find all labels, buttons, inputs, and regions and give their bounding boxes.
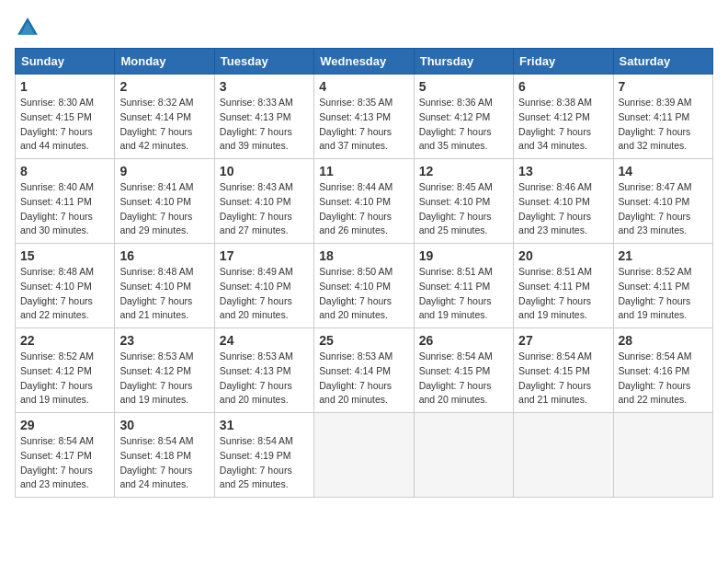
calendar-day-cell	[414, 413, 513, 498]
day-number: 7	[619, 79, 708, 94]
daylight-label: Daylight: 7 hours and 20 minutes.	[220, 380, 292, 406]
day-number: 16	[119, 248, 209, 263]
daylight-label: Daylight: 7 hours and 39 minutes.	[220, 126, 292, 152]
day-info: Sunrise: 8:50 AM Sunset: 4:10 PM Dayligh…	[319, 265, 408, 323]
calendar-day-cell: 25 Sunrise: 8:53 AM Sunset: 4:14 PM Dayl…	[314, 328, 414, 413]
sunrise-label: Sunrise: 8:54 AM	[518, 350, 592, 362]
day-info: Sunrise: 8:32 AM Sunset: 4:14 PM Dayligh…	[119, 96, 209, 154]
day-info: Sunrise: 8:54 AM Sunset: 4:17 PM Dayligh…	[20, 434, 109, 492]
day-info: Sunrise: 8:38 AM Sunset: 4:12 PM Dayligh…	[518, 96, 608, 154]
calendar-day-cell: 14 Sunrise: 8:47 AM Sunset: 4:10 PM Dayl…	[613, 159, 712, 244]
calendar-day-cell: 5 Sunrise: 8:36 AM Sunset: 4:12 PM Dayli…	[414, 75, 513, 159]
day-number: 18	[319, 248, 408, 263]
calendar-header-wednesday: Wednesday	[314, 49, 414, 75]
sunset-label: Sunset: 4:11 PM	[419, 281, 491, 292]
calendar-day-cell: 6 Sunrise: 8:38 AM Sunset: 4:12 PM Dayli…	[514, 75, 613, 159]
sunset-label: Sunset: 4:10 PM	[319, 196, 391, 207]
day-number: 23	[119, 333, 209, 348]
day-info: Sunrise: 8:54 AM Sunset: 4:19 PM Dayligh…	[220, 434, 309, 492]
day-number: 2	[119, 79, 209, 94]
calendar-header-sunday: Sunday	[16, 49, 115, 75]
calendar-day-cell: 17 Sunrise: 8:49 AM Sunset: 4:10 PM Dayl…	[214, 244, 313, 328]
day-info: Sunrise: 8:51 AM Sunset: 4:11 PM Dayligh…	[518, 265, 608, 323]
sunrise-label: Sunrise: 8:43 AM	[220, 181, 293, 192]
calendar-day-cell	[514, 413, 613, 498]
calendar-day-cell: 23 Sunrise: 8:53 AM Sunset: 4:12 PM Dayl…	[115, 328, 214, 413]
day-info: Sunrise: 8:43 AM Sunset: 4:10 PM Dayligh…	[220, 180, 309, 238]
day-number: 5	[419, 79, 508, 94]
logo	[15, 15, 44, 40]
sunset-label: Sunset: 4:13 PM	[319, 111, 391, 122]
sunrise-label: Sunrise: 8:53 AM	[319, 350, 392, 362]
sunrise-label: Sunrise: 8:33 AM	[220, 97, 293, 108]
daylight-label: Daylight: 7 hours and 23 minutes.	[518, 211, 591, 236]
sunset-label: Sunset: 4:15 PM	[518, 365, 590, 376]
day-info: Sunrise: 8:53 AM Sunset: 4:12 PM Dayligh…	[119, 350, 209, 408]
calendar-week-row: 8 Sunrise: 8:40 AM Sunset: 4:11 PM Dayli…	[16, 159, 713, 244]
calendar-header-tuesday: Tuesday	[214, 49, 313, 75]
day-info: Sunrise: 8:54 AM Sunset: 4:15 PM Dayligh…	[419, 350, 508, 408]
sunrise-label: Sunrise: 8:44 AM	[319, 181, 392, 192]
calendar-day-cell: 2 Sunrise: 8:32 AM Sunset: 4:14 PM Dayli…	[115, 75, 214, 159]
day-info: Sunrise: 8:52 AM Sunset: 4:11 PM Dayligh…	[619, 265, 708, 323]
sunset-label: Sunset: 4:12 PM	[119, 365, 191, 376]
sunset-label: Sunset: 4:12 PM	[419, 111, 491, 122]
day-number: 3	[220, 79, 309, 94]
sunset-label: Sunset: 4:10 PM	[220, 196, 291, 207]
sunset-label: Sunset: 4:15 PM	[419, 365, 491, 376]
logo-icon	[15, 15, 40, 40]
calendar-header-thursday: Thursday	[414, 49, 513, 75]
day-number: 8	[20, 164, 109, 178]
page-header	[15, 15, 713, 40]
day-info: Sunrise: 8:54 AM Sunset: 4:18 PM Dayligh…	[119, 434, 209, 492]
sunset-label: Sunset: 4:19 PM	[220, 450, 291, 461]
calendar-header-monday: Monday	[115, 49, 214, 75]
daylight-label: Daylight: 7 hours and 42 minutes.	[119, 126, 192, 152]
calendar-day-cell: 12 Sunrise: 8:45 AM Sunset: 4:10 PM Dayl…	[414, 159, 513, 244]
sunrise-label: Sunrise: 8:53 AM	[119, 350, 193, 362]
sunset-label: Sunset: 4:10 PM	[119, 196, 191, 207]
sunrise-label: Sunrise: 8:54 AM	[220, 435, 293, 446]
sunset-label: Sunset: 4:14 PM	[119, 111, 191, 122]
daylight-label: Daylight: 7 hours and 22 minutes.	[20, 295, 93, 321]
sunrise-label: Sunrise: 8:35 AM	[319, 97, 392, 108]
day-info: Sunrise: 8:54 AM Sunset: 4:16 PM Dayligh…	[619, 350, 708, 408]
sunset-label: Sunset: 4:13 PM	[220, 111, 291, 122]
daylight-label: Daylight: 7 hours and 24 minutes.	[119, 465, 192, 490]
sunset-label: Sunset: 4:16 PM	[619, 365, 690, 376]
sunset-label: Sunset: 4:12 PM	[518, 111, 590, 122]
sunset-label: Sunset: 4:10 PM	[119, 281, 191, 292]
day-number: 11	[319, 164, 408, 178]
daylight-label: Daylight: 7 hours and 32 minutes.	[619, 126, 691, 152]
calendar-day-cell: 31 Sunrise: 8:54 AM Sunset: 4:19 PM Dayl…	[214, 413, 313, 498]
daylight-label: Daylight: 7 hours and 25 minutes.	[220, 465, 292, 490]
day-info: Sunrise: 8:39 AM Sunset: 4:11 PM Dayligh…	[619, 96, 708, 154]
calendar-week-row: 1 Sunrise: 8:30 AM Sunset: 4:15 PM Dayli…	[16, 75, 713, 159]
calendar-day-cell: 13 Sunrise: 8:46 AM Sunset: 4:10 PM Dayl…	[514, 159, 613, 244]
sunset-label: Sunset: 4:17 PM	[20, 450, 92, 461]
daylight-label: Daylight: 7 hours and 26 minutes.	[319, 211, 392, 236]
daylight-label: Daylight: 7 hours and 19 minutes.	[119, 380, 192, 406]
sunrise-label: Sunrise: 8:39 AM	[619, 97, 692, 108]
sunrise-label: Sunrise: 8:54 AM	[119, 435, 193, 446]
day-number: 25	[319, 333, 408, 348]
calendar-day-cell: 29 Sunrise: 8:54 AM Sunset: 4:17 PM Dayl…	[16, 413, 115, 498]
daylight-label: Daylight: 7 hours and 44 minutes.	[20, 126, 93, 152]
day-number: 30	[119, 418, 209, 432]
calendar-day-cell: 22 Sunrise: 8:52 AM Sunset: 4:12 PM Dayl…	[16, 328, 115, 413]
calendar-week-row: 15 Sunrise: 8:48 AM Sunset: 4:10 PM Dayl…	[16, 244, 713, 328]
day-info: Sunrise: 8:51 AM Sunset: 4:11 PM Dayligh…	[419, 265, 508, 323]
day-number: 28	[619, 333, 708, 348]
day-info: Sunrise: 8:48 AM Sunset: 4:10 PM Dayligh…	[20, 265, 109, 323]
sunrise-label: Sunrise: 8:30 AM	[20, 97, 94, 108]
daylight-label: Daylight: 7 hours and 25 minutes.	[419, 211, 492, 236]
sunrise-label: Sunrise: 8:48 AM	[119, 266, 193, 277]
daylight-label: Daylight: 7 hours and 22 minutes.	[619, 380, 691, 406]
sunset-label: Sunset: 4:13 PM	[220, 365, 291, 376]
day-info: Sunrise: 8:54 AM Sunset: 4:15 PM Dayligh…	[518, 350, 608, 408]
calendar-day-cell: 28 Sunrise: 8:54 AM Sunset: 4:16 PM Dayl…	[613, 328, 712, 413]
calendar-day-cell: 24 Sunrise: 8:53 AM Sunset: 4:13 PM Dayl…	[214, 328, 313, 413]
day-info: Sunrise: 8:48 AM Sunset: 4:10 PM Dayligh…	[119, 265, 209, 323]
day-info: Sunrise: 8:35 AM Sunset: 4:13 PM Dayligh…	[319, 96, 408, 154]
calendar-day-cell: 4 Sunrise: 8:35 AM Sunset: 4:13 PM Dayli…	[314, 75, 414, 159]
